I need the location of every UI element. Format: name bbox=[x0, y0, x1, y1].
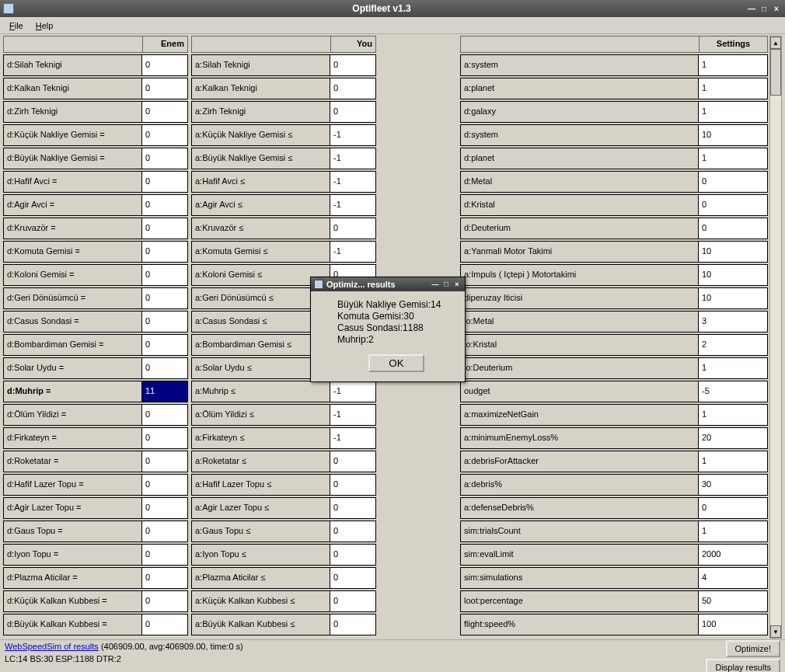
row-value[interactable]: 1 bbox=[699, 405, 767, 425]
row-value[interactable]: 11 bbox=[142, 381, 187, 402]
row-value[interactable]: 10 bbox=[699, 242, 767, 262]
settings-column: Settings a:system1a:planet1d:galaxy1d:sy… bbox=[460, 36, 782, 639]
row-value[interactable]: 0 bbox=[142, 545, 187, 565]
row-value[interactable]: 0 bbox=[142, 312, 187, 332]
row-value[interactable]: 0 bbox=[699, 218, 767, 239]
row-value[interactable]: 1 bbox=[699, 521, 767, 541]
row-label: d:Plazma Aticilar = bbox=[4, 568, 142, 588]
row-value[interactable]: 0 bbox=[142, 475, 187, 495]
row-value[interactable]: 0 bbox=[699, 195, 767, 215]
row-value[interactable]: 0 bbox=[142, 102, 187, 122]
row-value[interactable]: 0 bbox=[142, 405, 187, 425]
row-value[interactable]: 10 bbox=[699, 288, 767, 308]
settings-scrollbar[interactable]: ▲ ▼ bbox=[769, 36, 782, 639]
row-value[interactable]: 1 bbox=[699, 148, 767, 169]
row-value[interactable]: 0 bbox=[330, 102, 375, 122]
close-icon[interactable]: × bbox=[771, 3, 782, 14]
row-value[interactable]: 20 bbox=[699, 428, 767, 448]
row-value[interactable]: 0 bbox=[699, 172, 767, 192]
scroll-thumb[interactable] bbox=[770, 49, 781, 96]
dialog-minimize-icon[interactable]: — bbox=[431, 280, 440, 289]
row-value[interactable]: 0 bbox=[330, 545, 375, 565]
row-value[interactable]: 4 bbox=[699, 568, 767, 588]
row-value[interactable]: 0 bbox=[142, 358, 187, 378]
row-value[interactable]: 0 bbox=[142, 172, 187, 192]
row-value[interactable]: 1 bbox=[699, 451, 767, 472]
row-value[interactable]: 0 bbox=[142, 288, 187, 308]
row-value[interactable]: -1 bbox=[330, 381, 375, 402]
row-value[interactable]: -1 bbox=[330, 405, 375, 425]
row-value[interactable]: 0 bbox=[330, 568, 375, 588]
row-value[interactable]: -1 bbox=[330, 148, 375, 169]
row-value[interactable]: 0 bbox=[142, 615, 187, 635]
maximize-icon[interactable]: □ bbox=[759, 3, 769, 14]
row-label: d:Deuterium bbox=[461, 218, 699, 239]
row-value[interactable]: 0 bbox=[142, 498, 187, 518]
row-value[interactable]: 0 bbox=[142, 148, 187, 169]
row-value[interactable]: -1 bbox=[330, 195, 375, 215]
row-value[interactable]: 0 bbox=[330, 78, 375, 99]
row-value[interactable]: 0 bbox=[142, 451, 187, 472]
menu-help[interactable]: Help bbox=[30, 19, 60, 32]
row-value[interactable]: 0 bbox=[330, 521, 375, 541]
row-value[interactable]: 0 bbox=[142, 125, 187, 145]
row-value[interactable]: 1 bbox=[699, 102, 767, 122]
row-value[interactable]: 0 bbox=[330, 615, 375, 635]
row-value[interactable]: -5 bbox=[699, 381, 767, 402]
row-value[interactable]: 1 bbox=[699, 358, 767, 378]
row-value[interactable]: 0 bbox=[142, 55, 187, 75]
row-value[interactable]: 30 bbox=[699, 475, 767, 495]
dialog-close-icon[interactable]: × bbox=[452, 280, 462, 289]
row-label: a:Impuls ( Içtepi ) Motortakimi bbox=[461, 265, 699, 285]
row-value[interactable]: 0 bbox=[330, 218, 375, 239]
row-value[interactable]: 0 bbox=[142, 428, 187, 448]
row-value[interactable]: 1 bbox=[699, 55, 767, 75]
optimize-button[interactable]: Optimize! bbox=[726, 640, 780, 657]
row-value[interactable]: 1 bbox=[699, 78, 767, 99]
row-label: d:Firkateyn = bbox=[4, 428, 142, 448]
row-value[interactable]: 10 bbox=[699, 125, 767, 145]
row-value[interactable]: 3 bbox=[699, 312, 767, 332]
row-value[interactable]: 2 bbox=[699, 335, 767, 355]
dialog-icon bbox=[314, 280, 323, 289]
row-value[interactable]: 0 bbox=[142, 78, 187, 99]
row-value[interactable]: 0 bbox=[142, 242, 187, 262]
row-value[interactable]: 0 bbox=[142, 218, 187, 239]
row-label: a:debris% bbox=[461, 475, 699, 495]
row-value[interactable]: 50 bbox=[699, 591, 767, 611]
row-value[interactable]: 0 bbox=[330, 55, 375, 75]
row-value[interactable]: -1 bbox=[330, 428, 375, 448]
table-row: diperuzay Iticisi10 bbox=[460, 287, 768, 309]
row-value[interactable]: -1 bbox=[330, 125, 375, 145]
table-row: d:Plazma Aticilar =0 bbox=[3, 567, 188, 589]
menu-file[interactable]: File bbox=[3, 19, 30, 32]
row-label: d:Küçük Kalkan Kubbesi = bbox=[4, 591, 142, 611]
scroll-up-icon[interactable]: ▲ bbox=[770, 37, 781, 49]
row-value[interactable]: 0 bbox=[330, 451, 375, 472]
display-results-button[interactable]: Display results bbox=[706, 659, 780, 672]
row-label: a:maximizeNetGain bbox=[461, 405, 699, 425]
row-value[interactable]: 100 bbox=[699, 615, 767, 635]
row-value[interactable]: 0 bbox=[330, 591, 375, 611]
row-value[interactable]: 2000 bbox=[699, 545, 767, 565]
minimize-icon[interactable]: — bbox=[746, 3, 757, 14]
row-label: a:Silah Teknigi bbox=[192, 55, 330, 75]
row-value[interactable]: -1 bbox=[330, 172, 375, 192]
row-value[interactable]: -1 bbox=[330, 242, 375, 262]
dialog-maximize-icon[interactable]: □ bbox=[441, 280, 451, 289]
webspeedsim-link[interactable]: WebSpeedSim of results bbox=[5, 642, 99, 651]
dialog-ok-button[interactable]: OK bbox=[368, 354, 424, 372]
row-label: a:Plazma Aticilar ≤ bbox=[192, 568, 330, 588]
row-label: d:Casus Sondasi = bbox=[4, 312, 142, 332]
row-value[interactable]: 0 bbox=[699, 498, 767, 518]
row-value[interactable]: 0 bbox=[142, 568, 187, 588]
row-value[interactable]: 10 bbox=[699, 265, 767, 285]
row-value[interactable]: 0 bbox=[142, 195, 187, 215]
row-value[interactable]: 0 bbox=[142, 335, 187, 355]
row-value[interactable]: 0 bbox=[142, 521, 187, 541]
row-value[interactable]: 0 bbox=[142, 265, 187, 285]
scroll-down-icon[interactable]: ▼ bbox=[770, 625, 781, 638]
row-value[interactable]: 0 bbox=[330, 475, 375, 495]
row-value[interactable]: 0 bbox=[142, 591, 187, 611]
row-value[interactable]: 0 bbox=[330, 498, 375, 518]
